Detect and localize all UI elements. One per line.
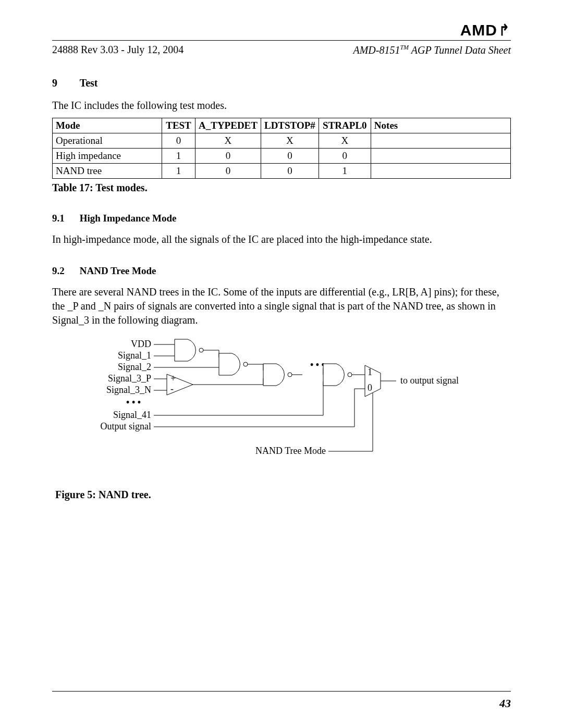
label-sig3n: Signal_3_N (106, 385, 151, 395)
intro-text: The IC includes the following test modes… (52, 98, 511, 113)
label-sig41: Signal_41 (113, 410, 151, 420)
svg-point-0 (199, 348, 203, 352)
cell-notes (371, 148, 510, 163)
table-row: NAND tree 1 0 0 1 (53, 163, 511, 178)
mux-input-1: 1 (368, 367, 372, 377)
nand-gate-icon (263, 364, 292, 386)
cell-ldt: X (261, 133, 319, 148)
label-sig2: Signal_2 (118, 362, 151, 372)
tm-mark: TM (400, 44, 409, 51)
to-output-label: to output signal (400, 375, 459, 386)
sub2-body: There are several NAND trees in the IC. … (52, 285, 511, 327)
svg-point-3 (348, 373, 352, 377)
test-modes-table: Mode TEST A_TYPEDET LDTSTOP# STRAPL0 Not… (52, 118, 511, 179)
th-mode: Mode (53, 118, 162, 133)
subsection-heading-1: 9.1 High Impedance Mode (52, 213, 511, 224)
cell-atype: 0 (195, 163, 261, 178)
section-heading: 9 Test (52, 77, 511, 89)
th-atype: A_TYPEDET (195, 118, 261, 133)
section-number: 9 (52, 77, 77, 89)
cell-atype: X (195, 133, 261, 148)
section-title: Test (80, 77, 98, 89)
table-row: Operational 0 X X X (53, 133, 511, 148)
logo-text: AMD (460, 21, 497, 39)
cell-ldt: 0 (261, 163, 319, 178)
table-caption: Table 17: Test modes. (52, 182, 511, 194)
diff-amp-icon: + - (167, 373, 193, 395)
th-test: TEST (162, 118, 195, 133)
cell-strap: 1 (319, 163, 371, 178)
cell-mode: NAND tree (53, 163, 162, 178)
nand-tree-diagram: VDD Signal_1 Signal_2 Signal_3_P Signal_… (83, 337, 511, 474)
page-number: 43 (499, 697, 511, 710)
svg-point-1 (243, 362, 248, 366)
cell-strap: X (319, 133, 371, 148)
label-sig1: Signal_1 (118, 350, 151, 361)
cell-test: 0 (162, 133, 195, 148)
table-row: High impedance 1 0 0 0 (53, 148, 511, 163)
nand-gate-icon (323, 364, 352, 386)
label-outsig: Output signal (101, 421, 152, 431)
nand-gate-icon (175, 339, 203, 361)
nand-tree-svg: VDD Signal_1 Signal_2 Signal_3_P Signal_… (83, 337, 459, 472)
minus-label: - (170, 384, 174, 394)
sub2-num: 9.2 (52, 265, 77, 277)
cell-notes (371, 133, 510, 148)
logo-arrow-icon: ↱ (499, 21, 510, 39)
cell-notes (371, 163, 510, 178)
dots-mid: • • • (310, 360, 325, 370)
nand-gate-icon (219, 353, 248, 375)
header-row: 24888 Rev 3.03 - July 12, 2004 AMD-8151T… (52, 44, 511, 56)
figure-caption: Figure 5: NAND tree. (55, 489, 511, 501)
th-notes: Notes (371, 118, 510, 133)
sub1-title: High Impedance Mode (80, 213, 177, 224)
sub1-body: In high-impedance mode, all the signals … (52, 232, 511, 246)
header-rule (52, 40, 511, 41)
sub2-title: NAND Tree Mode (80, 265, 156, 276)
amd-logo: AMD↱ (52, 21, 511, 39)
label-vdd: VDD (131, 339, 151, 349)
plus-label: + (170, 373, 176, 384)
header-left: 24888 Rev 3.03 - July 12, 2004 (52, 44, 183, 56)
cell-test: 1 (162, 148, 195, 163)
sub1-num: 9.1 (52, 213, 77, 224)
th-strap: STRAPL0 (319, 118, 371, 133)
page: AMD↱ 24888 Rev 3.03 - July 12, 2004 AMD-… (0, 0, 563, 728)
cell-strap: 0 (319, 148, 371, 163)
cell-mode: High impedance (53, 148, 162, 163)
cell-test: 1 (162, 163, 195, 178)
svg-point-2 (288, 373, 292, 377)
cell-ldt: 0 (261, 148, 319, 163)
header-right: AMD-8151TM AGP Tunnel Data Sheet (353, 44, 511, 56)
th-ldt: LDTSTOP# (261, 118, 319, 133)
table-header-row: Mode TEST A_TYPEDET LDTSTOP# STRAPL0 Not… (53, 118, 511, 133)
subsection-heading-2: 9.2 NAND Tree Mode (52, 265, 511, 277)
mux-input-0: 0 (368, 382, 372, 393)
cell-mode: Operational (53, 133, 162, 148)
cell-atype: 0 (195, 148, 261, 163)
label-sig3p: Signal_3_P (108, 373, 151, 384)
doc-title-suffix: AGP Tunnel Data Sheet (409, 44, 511, 56)
label-dots-left: • • • (126, 397, 141, 408)
nand-mode-label: NAND Tree Mode (255, 446, 326, 456)
doc-title-prefix: AMD-8151 (353, 44, 400, 56)
footer-rule (52, 691, 511, 692)
